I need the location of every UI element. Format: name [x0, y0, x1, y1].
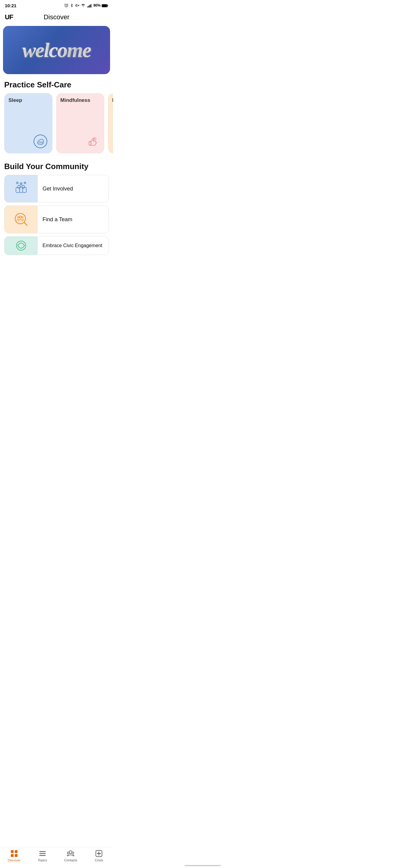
- wifi-icon: [81, 4, 86, 7]
- bluetooth-icon: [70, 3, 74, 7]
- mute-icon: [75, 3, 79, 7]
- svg-text:Zzz: Zzz: [38, 141, 43, 144]
- exercise-card[interactable]: Exerc: [108, 93, 113, 153]
- sleep-card-title: Sleep: [8, 97, 48, 103]
- svg-point-26: [18, 217, 19, 218]
- svg-rect-13: [89, 141, 91, 145]
- svg-marker-22: [24, 182, 26, 184]
- status-time: 10:21: [5, 3, 16, 8]
- exercise-card-title: Exerc: [112, 97, 113, 103]
- battery-icon: [102, 4, 108, 7]
- battery-indicator: 90%: [93, 3, 108, 7]
- community-section-title: Build Your Community: [0, 156, 113, 175]
- find-a-team-icon: [12, 210, 30, 228]
- community-list: Get Involved Find a Team: [0, 175, 113, 255]
- svg-rect-7: [90, 4, 91, 7]
- svg-marker-1: [76, 4, 77, 7]
- svg-point-25: [19, 216, 21, 218]
- find-a-team-icon-box: [4, 206, 38, 233]
- svg-rect-4: [87, 6, 88, 7]
- civic-icon-box: [4, 237, 38, 255]
- get-involved-label: Get Involved: [38, 186, 78, 192]
- signal-icon: [87, 4, 92, 7]
- sleep-card[interactable]: Sleep Zzz: [4, 93, 53, 153]
- mindfulness-card[interactable]: Mindfulness: [56, 93, 104, 153]
- app-logo: UF: [5, 13, 13, 21]
- get-involved-icon: [12, 180, 30, 198]
- app-header: UF Discover: [0, 11, 113, 25]
- status-icons: 90%: [64, 3, 108, 7]
- alarm-icon: [64, 3, 68, 7]
- svg-rect-16: [20, 187, 23, 193]
- svg-marker-21: [16, 182, 19, 184]
- find-a-team-label: Find a Team: [38, 216, 77, 223]
- get-involved-icon-box: [4, 175, 38, 202]
- mindfulness-icon: [86, 135, 100, 149]
- status-bar: 10:21 90%: [0, 0, 113, 11]
- svg-rect-10: [102, 4, 107, 7]
- civic-item[interactable]: Embrace Civic Engagement: [4, 236, 109, 255]
- svg-marker-20: [20, 182, 23, 185]
- civic-icon: [12, 237, 30, 255]
- find-a-team-item[interactable]: Find a Team: [4, 206, 109, 233]
- sleep-icon: Zzz: [33, 133, 48, 149]
- welcome-text: welcome: [22, 40, 91, 60]
- page-title: Discover: [44, 13, 70, 21]
- svg-point-27: [22, 217, 23, 218]
- welcome-banner: welcome: [3, 26, 110, 74]
- svg-line-24: [24, 222, 27, 225]
- self-care-cards: Sleep Zzz Mindfulness Exerc: [0, 93, 113, 156]
- svg-rect-9: [107, 5, 108, 6]
- get-involved-item[interactable]: Get Involved: [4, 175, 109, 203]
- svg-rect-5: [88, 5, 89, 7]
- self-care-section-title: Practice Self-Care: [0, 74, 113, 93]
- svg-rect-6: [90, 5, 90, 7]
- civic-label: Embrace Civic Engagement: [38, 243, 107, 248]
- mindfulness-card-title: Mindfulness: [60, 97, 100, 103]
